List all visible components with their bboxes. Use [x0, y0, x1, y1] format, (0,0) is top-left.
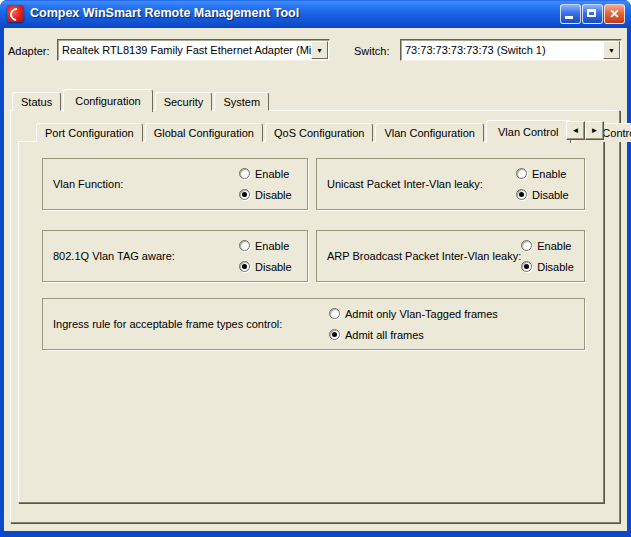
tab-port-configuration[interactable]: Port Configuration — [36, 123, 143, 142]
radio-option-admit-tagged[interactable]: Admit only Vlan-Tagged frames — [329, 306, 580, 321]
group-unicast-leaky: Unicast Packet Inter-Vlan leaky: Enable … — [316, 158, 585, 210]
adapter-dropdown-arrow-icon[interactable]: ▼ — [311, 41, 328, 59]
radio-option-disable[interactable]: Disable — [239, 259, 303, 274]
radio-label: Admit only Vlan-Tagged frames — [345, 308, 498, 320]
radio-option-enable[interactable]: Enable — [239, 166, 303, 181]
minimize-icon — [565, 16, 573, 19]
radio-label: Enable — [255, 168, 289, 180]
radio-icon[interactable] — [239, 261, 250, 272]
tab-system[interactable]: System — [214, 92, 269, 111]
tab-qos-configuration[interactable]: QoS Configuration — [265, 123, 374, 142]
radio-option-disable[interactable]: Disable — [521, 259, 585, 274]
radio-label: Disable — [255, 261, 292, 273]
close-button[interactable]: ✕ — [604, 4, 625, 24]
radio-label: Enable — [537, 240, 571, 252]
tab-scroller: ◄ ► — [566, 121, 604, 140]
adapter-value: Realtek RTL8139 Family Fast Ethernet Ada… — [58, 44, 311, 56]
tab-configuration[interactable]: Configuration — [63, 89, 152, 112]
tab-vlan-control[interactable]: Vlan Control — [486, 120, 571, 143]
radio-label: Enable — [255, 240, 289, 252]
radio-option-enable[interactable]: Enable — [239, 238, 303, 253]
adapter-select[interactable]: Realtek RTL8139 Family Fast Ethernet Ada… — [57, 39, 330, 61]
group-vlan-function: Vlan Function: Enable Disable — [42, 158, 308, 210]
radio-icon[interactable] — [329, 329, 340, 340]
radio-label: Disable — [255, 189, 292, 201]
radio-option-admit-all[interactable]: Admit all frames — [329, 327, 580, 342]
close-icon: ✕ — [605, 7, 624, 21]
switch-dropdown-arrow-icon[interactable]: ▼ — [603, 41, 620, 59]
tab-status[interactable]: Status — [12, 92, 61, 111]
radio-group: Enable Disable — [239, 231, 303, 281]
scroll-right-button[interactable]: ► — [585, 121, 604, 140]
switch-label: Switch: — [354, 45, 389, 57]
radio-icon[interactable] — [329, 308, 340, 319]
radio-label: Admit all frames — [345, 329, 424, 341]
radio-icon[interactable] — [239, 168, 250, 179]
tab-vlan-configuration[interactable]: Vlan Configuration — [375, 123, 484, 142]
window-title: Compex WinSmart Remote Management Tool — [30, 6, 299, 20]
group-label: Ingress rule for acceptable frame types … — [53, 318, 329, 330]
radio-group: Enable Disable — [239, 159, 303, 209]
radio-icon[interactable] — [239, 189, 250, 200]
radio-icon[interactable] — [521, 240, 532, 251]
radio-icon[interactable] — [239, 240, 250, 251]
scroll-right-icon: ► — [591, 126, 599, 135]
radio-group: Enable Disable — [516, 159, 580, 209]
radio-group: Admit only Vlan-Tagged frames Admit all … — [329, 299, 580, 349]
scroll-left-icon: ◄ — [572, 126, 580, 135]
switch-value: 73:73:73:73:73:73 (Switch 1) — [401, 44, 603, 56]
radio-label: Enable — [532, 168, 566, 180]
radio-option-disable[interactable]: Disable — [516, 187, 580, 202]
tab-global-configuration[interactable]: Global Configuration — [145, 123, 263, 142]
radio-label: Disable — [532, 189, 569, 201]
radio-icon[interactable] — [516, 189, 527, 200]
sub-tabstrip: Port Configuration Global Configuration … — [36, 119, 631, 142]
application-window: Compex WinSmart Remote Management Tool ✕… — [0, 0, 631, 537]
group-label: 802.1Q Vlan TAG aware: — [53, 250, 239, 262]
switch-select[interactable]: 73:73:73:73:73:73 (Switch 1) ▼ — [400, 39, 622, 61]
group-label: Vlan Function: — [53, 178, 239, 190]
radio-option-enable[interactable]: Enable — [521, 238, 585, 253]
maximize-icon — [587, 9, 596, 17]
radio-icon[interactable] — [516, 168, 527, 179]
group-label: Unicast Packet Inter-Vlan leaky: — [327, 178, 516, 190]
main-tabstrip: Status Configuration Security System — [12, 88, 271, 111]
group-ingress-rule: Ingress rule for acceptable frame types … — [42, 298, 585, 350]
radio-label: Disable — [537, 261, 574, 273]
title-bar: Compex WinSmart Remote Management Tool ✕ — [0, 0, 631, 28]
radio-option-enable[interactable]: Enable — [516, 166, 580, 181]
minimize-button[interactable] — [560, 4, 581, 24]
scroll-left-button[interactable]: ◄ — [566, 121, 585, 140]
group-label: ARP Broadcast Packet Inter-Vlan leaky: — [327, 250, 521, 262]
group-arp-broadcast-leaky: ARP Broadcast Packet Inter-Vlan leaky: E… — [316, 230, 585, 282]
tab-security[interactable]: Security — [155, 92, 213, 111]
group-8021q-tag-aware: 802.1Q Vlan TAG aware: Enable Disable — [42, 230, 308, 282]
radio-option-disable[interactable]: Disable — [239, 187, 303, 202]
app-icon — [7, 5, 24, 22]
radio-group: Enable Disable — [521, 231, 585, 281]
maximize-button[interactable] — [582, 4, 603, 24]
radio-icon[interactable] — [521, 261, 532, 272]
adapter-label: Adapter: — [8, 45, 50, 57]
